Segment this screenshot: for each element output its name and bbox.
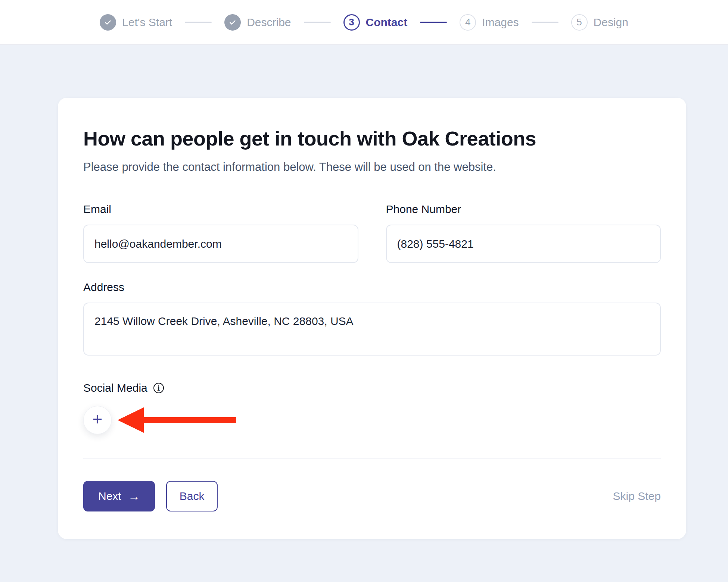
- add-social-media-button[interactable]: +: [83, 406, 112, 434]
- back-button[interactable]: Back: [166, 481, 218, 511]
- step-label: Describe: [247, 16, 291, 29]
- step-number-circle: 5: [571, 14, 588, 31]
- step-number-circle: 4: [460, 14, 476, 31]
- step-label: Contact: [366, 16, 408, 29]
- address-label: Address: [83, 281, 661, 294]
- phone-field-group: Phone Number: [386, 203, 661, 263]
- stepper-connector: [185, 22, 212, 23]
- section-divider: [83, 459, 661, 459]
- email-field-group: Email: [83, 203, 358, 263]
- page-subtitle: Please provide the contact information b…: [83, 160, 661, 174]
- page-title: How can people get in touch with Oak Cre…: [83, 127, 661, 150]
- contact-fields-row: Email Phone Number: [83, 203, 661, 263]
- info-icon[interactable]: i: [153, 383, 164, 393]
- address-field-group: Address 2145 Willow Creek Drive, Ashevil…: [83, 281, 661, 357]
- social-media-row: +: [83, 403, 661, 437]
- stepper-connector: [532, 22, 559, 23]
- step-label: Images: [482, 16, 519, 29]
- social-media-label: Social Media: [83, 382, 147, 394]
- form-footer: Next → Back Skip Step: [83, 481, 661, 511]
- skip-step-link[interactable]: Skip Step: [613, 490, 661, 503]
- social-media-header: Social Media i: [83, 382, 661, 394]
- phone-label: Phone Number: [386, 203, 661, 216]
- stepper-connector-active: [420, 22, 447, 23]
- address-input[interactable]: 2145 Willow Creek Drive, Asheville, NC 2…: [83, 303, 661, 356]
- stepper-connector: [304, 22, 331, 23]
- social-media-section: Social Media i +: [83, 382, 661, 437]
- contact-form-card: How can people get in touch with Oak Cre…: [58, 98, 686, 539]
- next-button-label: Next: [98, 490, 121, 503]
- step-label: Design: [594, 16, 628, 29]
- annotation-arrow-left-icon: [118, 407, 236, 433]
- page-body: How can people get in touch with Oak Cre…: [0, 98, 728, 539]
- arrow-right-icon: →: [128, 490, 140, 502]
- stepper-step-describe[interactable]: Describe: [224, 14, 291, 31]
- wizard-header: Let's Start Describe 3 Contact 4 Images …: [0, 0, 728, 45]
- stepper-step-lets-start[interactable]: Let's Start: [100, 14, 172, 31]
- next-button[interactable]: Next →: [83, 481, 155, 511]
- check-icon: [100, 14, 116, 31]
- email-label: Email: [83, 203, 358, 216]
- stepper: Let's Start Describe 3 Contact 4 Images …: [100, 14, 628, 31]
- stepper-step-images[interactable]: 4 Images: [460, 14, 519, 31]
- phone-input[interactable]: [386, 225, 661, 263]
- step-number-circle: 3: [343, 14, 360, 31]
- stepper-step-design[interactable]: 5 Design: [571, 14, 628, 31]
- check-icon: [224, 14, 241, 31]
- step-label: Let's Start: [122, 16, 172, 29]
- stepper-step-contact[interactable]: 3 Contact: [343, 14, 408, 31]
- email-input[interactable]: [83, 225, 358, 263]
